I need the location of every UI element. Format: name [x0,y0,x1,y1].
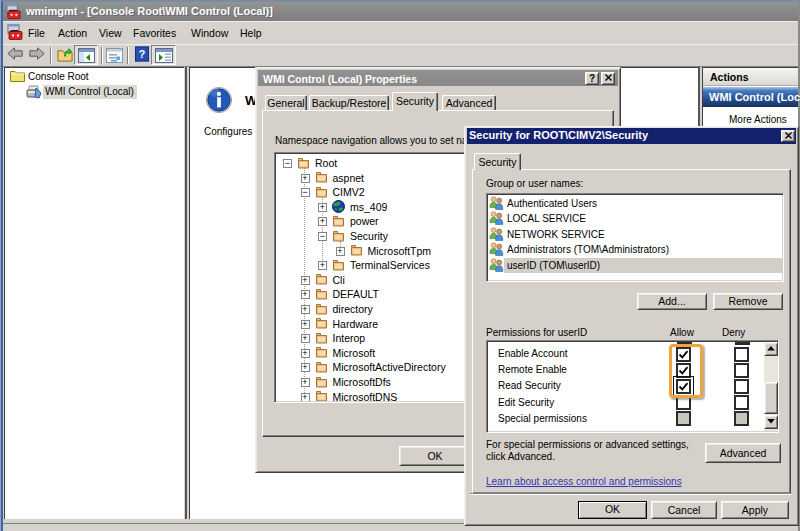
svg-text:?: ? [139,48,146,60]
